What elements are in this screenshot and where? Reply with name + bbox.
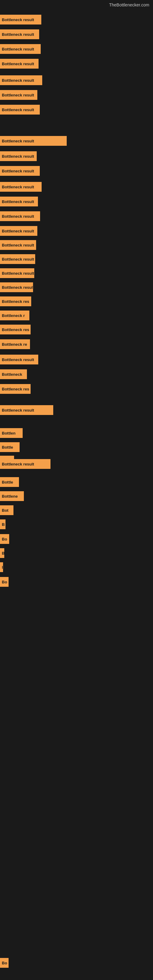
bar: Bot xyxy=(0,505,13,515)
bar: Bottleneck result xyxy=(0,254,35,264)
bar: Bottlen xyxy=(0,428,22,438)
bar-row: Bottlen xyxy=(0,428,22,438)
bar-label: Bottleneck result xyxy=(2,139,34,143)
bar-label: Bot xyxy=(2,508,9,513)
bar-row: Bottleneck result xyxy=(0,268,34,278)
bar-label: B xyxy=(2,522,5,527)
bar-label: Bottleneck res xyxy=(2,328,29,332)
bar-label: Bottleneck result xyxy=(2,199,34,204)
bar: Bottleneck r xyxy=(0,310,29,320)
bar-label: Bottleneck result xyxy=(2,47,34,51)
bar-label: Bottleneck result xyxy=(2,108,34,112)
bar-label: Bottleneck result xyxy=(2,185,34,189)
bar: Bottleneck result xyxy=(0,59,38,68)
bar: Bottleneck result xyxy=(0,75,42,85)
bar: Bottleneck result xyxy=(0,211,40,221)
bar-label: Bottleneck result xyxy=(2,93,34,97)
bar: Bottleneck result xyxy=(0,44,41,54)
bar-label: Bottleneck result xyxy=(2,357,34,362)
bar-row: B xyxy=(0,519,5,529)
bar-row: Bottleneck re xyxy=(0,339,30,349)
bar-label: Bottleneck xyxy=(2,372,22,377)
bar-row: Bottleneck result xyxy=(0,15,41,24)
bar-row: Bottleneck result xyxy=(0,44,41,54)
bar-label: Bottleneck re xyxy=(2,342,27,347)
bar: Bottleneck result xyxy=(0,226,37,236)
bar-label: B xyxy=(2,551,4,555)
bar: Bottleneck res xyxy=(0,384,30,394)
bar-row: Bottlene xyxy=(0,491,24,501)
bar-row: Bo xyxy=(0,958,9,968)
bar-label: Bottlen xyxy=(2,431,16,436)
bar-row: Bo xyxy=(0,534,9,544)
bar-label: Bottleneck result xyxy=(2,154,34,159)
bar-label: Bottleneck result xyxy=(2,18,34,22)
bar-row: Bottleneck result xyxy=(0,459,51,469)
bar-label: Bottleneck result xyxy=(2,285,33,290)
bar-row: Bottleneck result xyxy=(0,405,53,415)
bar-label: Bo xyxy=(2,537,7,541)
bar-row: B xyxy=(0,548,4,558)
bar-row: Bot xyxy=(0,505,13,515)
bar: Bo xyxy=(0,534,9,544)
bar-row: Bottleneck result xyxy=(0,226,37,236)
bar: Bo xyxy=(0,958,9,968)
bar-row: Bottleneck result xyxy=(0,136,67,146)
bar: Bottleneck result xyxy=(0,268,34,278)
bar-label: Bottleneck result xyxy=(2,271,34,275)
bar: Bottleneck result xyxy=(0,90,37,100)
bar: Bottleneck result xyxy=(0,105,40,115)
bar-row: Bottleneck result xyxy=(0,240,36,250)
bar: B xyxy=(0,548,4,558)
bar-label: Bottleneck result xyxy=(2,62,34,66)
bar: Bottle xyxy=(0,477,19,487)
bar: Bottleneck re xyxy=(0,339,30,349)
bars-container: Bottleneck resultBottleneck resultBottle… xyxy=(0,9,153,980)
bar-row: Bottleneck result xyxy=(0,90,37,100)
bar-row: I xyxy=(0,562,3,572)
bar-row: Bottleneck result xyxy=(0,166,40,176)
bar-label: Bottle xyxy=(2,445,13,450)
bar-label: I xyxy=(2,565,3,570)
bar-label: Bottlene xyxy=(2,494,18,499)
bar-row: Bottleneck result xyxy=(0,151,37,161)
bar-row: Bottleneck result xyxy=(0,254,35,264)
bar-label: Bo xyxy=(2,580,7,584)
bar: Bottleneck result xyxy=(0,459,51,469)
bar-row: Bottleneck r xyxy=(0,310,29,320)
bar-label: Bottleneck r xyxy=(2,313,25,318)
bar: Bottleneck result xyxy=(0,166,40,176)
bar-row: Bottleneck result xyxy=(0,105,40,115)
bar: Bottleneck result xyxy=(0,151,37,161)
bar: Bottleneck result xyxy=(0,15,41,24)
bar: Bottleneck xyxy=(0,369,27,379)
bar-row: Bottleneck res xyxy=(0,296,31,306)
bar-row: Bottleneck result xyxy=(0,355,38,364)
bar-row: Bottle xyxy=(0,477,19,487)
bar-row: Bottleneck xyxy=(0,369,27,379)
bar: Bottleneck result xyxy=(0,136,67,146)
bar-label: Bottle xyxy=(2,480,13,485)
bar: Bottlene xyxy=(0,491,24,501)
bar-label: Bottleneck result xyxy=(2,408,34,412)
bar: Bottleneck result xyxy=(0,29,39,39)
bar-label: Bottleneck result xyxy=(2,169,34,173)
bar: Bottleneck result xyxy=(0,240,36,250)
bar: Bottleneck result xyxy=(0,182,41,192)
bar-row: Bottleneck res xyxy=(0,384,30,394)
bar-label: Bo xyxy=(2,961,7,965)
bar: Bottleneck res xyxy=(0,325,30,334)
site-title: TheBottlenecker.com xyxy=(0,0,153,9)
bar: Bottleneck result xyxy=(0,355,38,364)
bar-label: Bottleneck result xyxy=(2,462,34,466)
bar-label: Bottleneck result xyxy=(2,257,34,261)
bar: Bottleneck res xyxy=(0,296,31,306)
bar: Bottleneck result xyxy=(0,197,38,207)
bar-label: Bottleneck result xyxy=(2,243,34,247)
bar-row: Bo xyxy=(0,577,9,587)
bar: B xyxy=(0,519,5,529)
bar-row: Bottleneck result xyxy=(0,211,40,221)
bar: Bottle xyxy=(0,442,19,452)
bar-label: Bottleneck result xyxy=(2,78,34,83)
bar-row: Bottleneck result xyxy=(0,75,42,85)
